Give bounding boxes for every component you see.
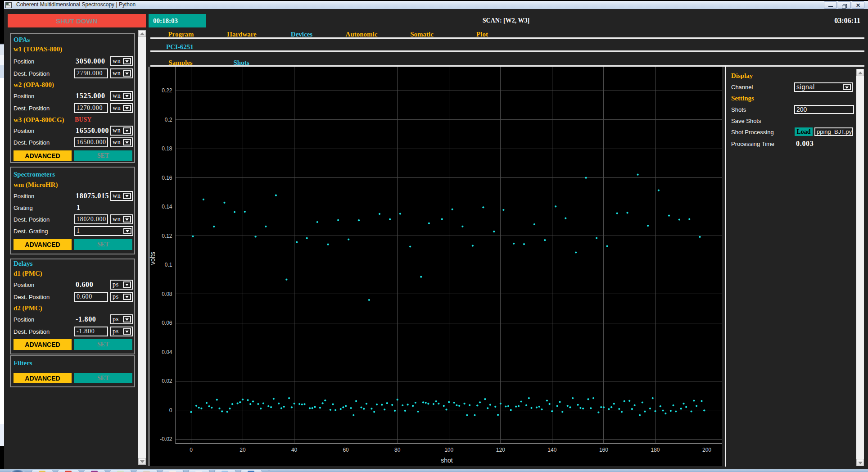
svg-text:120: 120: [496, 447, 505, 453]
svg-text:180: 180: [651, 447, 660, 453]
svg-text:volts: volts: [149, 252, 156, 265]
svg-text:-0.02: -0.02: [160, 436, 172, 442]
svg-text:80: 80: [394, 447, 401, 453]
svg-text:shot: shot: [441, 457, 453, 464]
svg-text:140: 140: [547, 447, 556, 453]
svg-text:200: 200: [702, 447, 711, 453]
svg-text:20: 20: [240, 447, 246, 453]
svg-text:0.1: 0.1: [164, 262, 172, 268]
svg-text:0.02: 0.02: [162, 378, 172, 384]
svg-text:0.04: 0.04: [162, 349, 172, 355]
svg-text:0.12: 0.12: [162, 233, 172, 239]
svg-text:0.2: 0.2: [164, 117, 172, 123]
svg-text:0.22: 0.22: [162, 87, 172, 94]
svg-text:0.16: 0.16: [162, 175, 172, 181]
svg-text:100: 100: [444, 447, 453, 453]
svg-text:0: 0: [190, 447, 193, 453]
svg-text:160: 160: [599, 447, 608, 453]
svg-text:40: 40: [291, 447, 297, 453]
svg-text:0: 0: [169, 407, 172, 413]
svg-text:60: 60: [343, 447, 349, 453]
svg-text:0.18: 0.18: [162, 145, 172, 152]
svg-text:0.14: 0.14: [162, 204, 172, 210]
svg-text:0.06: 0.06: [162, 320, 172, 326]
svg-text:0.08: 0.08: [162, 291, 172, 297]
